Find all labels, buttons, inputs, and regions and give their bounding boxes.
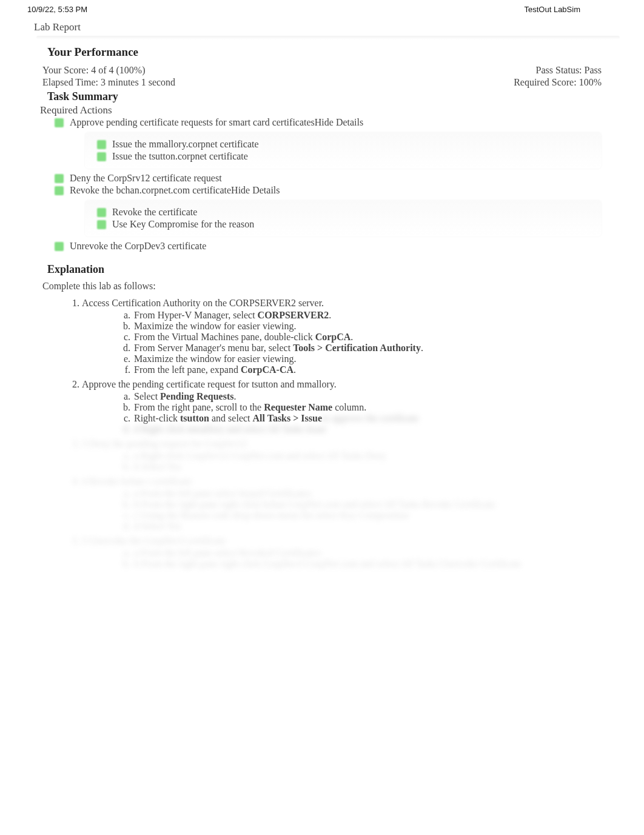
task-summary-heading: Task Summary	[0, 90, 644, 103]
detail-box: Revoke the certificate Use Key Compromis…	[85, 200, 602, 236]
t: Requester Name	[264, 402, 332, 412]
check-icon	[55, 186, 64, 195]
performance-heading: Your Performance	[0, 45, 644, 59]
blurred-text: 4 Revoke bchan s certificate	[82, 476, 192, 486]
blurred-text: 5 Unrevoke the CorpDev3 certificate	[82, 535, 226, 546]
t: Maximize the window for easier viewing.	[134, 354, 296, 364]
action-item: Approve pending certificate requests for…	[0, 116, 644, 129]
t: and select	[209, 413, 253, 423]
required-score: Required Score: 100%	[514, 77, 602, 88]
blurred-text: a From the left pane select Issued Certi…	[134, 488, 311, 498]
hide-details-link[interactable]: Hide Details	[231, 185, 280, 196]
action-text: Unrevoke the CorpDev3 certificate	[70, 241, 206, 252]
header-product: TestOut LabSim	[525, 5, 581, 14]
sub-item: Issue the tsutton.corpnet certificate	[97, 150, 589, 163]
t: Tools > Certification Authority	[293, 343, 421, 353]
score-row-2: Elapsed Time: 3 minutes 1 second Require…	[0, 77, 644, 88]
check-icon	[97, 140, 106, 149]
sub-b: Maximize the window for easier viewing.	[133, 321, 644, 332]
explanation-intro: Complete this lab as follows:	[0, 281, 644, 292]
t: CorpCA	[315, 332, 351, 342]
check-icon	[55, 118, 64, 127]
action-item: Unrevoke the CorpDev3 certificate	[0, 240, 644, 252]
blurred-text: b From the right pane right click CorpDe…	[134, 558, 522, 569]
action-text: Approve pending certificate requests for…	[70, 117, 315, 128]
t: .	[421, 343, 423, 353]
blurred-sub: d Right click mmallory and select All Ta…	[133, 424, 644, 435]
sub-d: From Server Manager's menu bar, select T…	[133, 343, 644, 354]
t: From the right pane, scroll to the	[134, 402, 264, 412]
action-item: Revoke the bchan.corpnet.com certificate…	[0, 184, 644, 196]
b: a Right click CorpSrv12 CorpNet com and …	[133, 451, 644, 461]
t: CorpCA-CA	[241, 364, 293, 375]
sub-text: Use Key Compromise for the reason	[112, 219, 254, 230]
b: c Using the Reason code drop-down menu l…	[133, 510, 644, 521]
pass-status: Pass Status: Pass	[536, 65, 602, 76]
blurred-text: d Right click mmallory and select All Ta…	[134, 424, 326, 434]
t: Right-click	[134, 413, 180, 423]
blurred-subs: a Right click CorpSrv12 CorpNet com and …	[82, 451, 644, 472]
page-title: Lab Report	[0, 16, 644, 36]
hide-details-link[interactable]: Hide Details	[315, 117, 363, 128]
sub-c: Right-click tsutton and select All Tasks…	[133, 413, 644, 424]
step-5-blurred: 5 Unrevoke the CorpDev3 certificate a Fr…	[82, 535, 644, 569]
t: .	[233, 391, 236, 401]
blurred-subs: a From the left pane select Issued Certi…	[82, 488, 644, 532]
sub-item: Revoke the certificate	[97, 206, 589, 218]
blurred-subs: a From the left pane select Revoked Cert…	[82, 548, 644, 569]
t: All Tasks > Issue	[253, 413, 323, 423]
step-3-blurred: 3 Deny the pending request for CorpSrv12…	[82, 438, 644, 472]
sub-b: From the right pane, scroll to the Reque…	[133, 402, 644, 413]
b: b Select Yes	[133, 461, 644, 472]
step-1-subs: From Hyper-V Manager, select CORPSERVER2…	[82, 310, 644, 375]
sub-item: Issue the mmallory.corpnet certificate	[97, 138, 589, 150]
check-icon	[55, 242, 64, 251]
t: From the left pane, expand	[134, 364, 241, 375]
step-title: Approve the pending certificate request …	[82, 379, 337, 389]
check-icon	[97, 208, 106, 217]
blurred-text: d Select Yes	[134, 521, 181, 531]
header-timestamp: 10/9/22, 5:53 PM	[27, 5, 87, 14]
t: From Server Manager's menu bar, select	[134, 343, 293, 353]
blurred-text: a Right click CorpSrv12 CorpNet com and …	[134, 451, 386, 461]
sub-text: Revoke the certificate	[112, 207, 197, 218]
t: tsutton	[180, 413, 209, 423]
b: a From the left pane select Revoked Cert…	[133, 548, 644, 558]
score-row-1: Your Score: 4 of 4 (100%) Pass Status: P…	[0, 65, 644, 76]
explanation-steps: Access Certification Authority on the CO…	[0, 298, 644, 569]
action-text: Deny the CorpSrv12 certificate request	[70, 173, 222, 184]
step-4-blurred: 4 Revoke bchan s certificate a From the …	[82, 476, 644, 532]
b: b From the right pane right click CorpDe…	[133, 558, 644, 569]
t: Select	[134, 391, 160, 401]
step-title: Access Certification Authority on the CO…	[82, 298, 324, 308]
step-1: Access Certification Authority on the CO…	[82, 298, 644, 375]
step-2-subs: Select Pending Requests. From the right …	[82, 391, 644, 435]
t: CORPSERVER2	[258, 310, 329, 320]
t: From the Virtual Machines pane, double-c…	[134, 332, 315, 342]
blurred-text: 3 Deny the pending request for CorpSrv12	[82, 438, 247, 449]
elapsed-time: Elapsed Time: 3 minutes 1 second	[42, 77, 175, 88]
sub-a: Select Pending Requests.	[133, 391, 644, 402]
blurred-text: b From the right pane right click bchan …	[134, 499, 495, 509]
t: column.	[332, 402, 366, 412]
blurred-text: c Using the Reason code drop-down menu l…	[134, 510, 409, 520]
blurred-text: b Select Yes	[134, 461, 181, 472]
required-actions-label: Required Actions	[0, 104, 644, 116]
t: From Hyper-V Manager, select	[134, 310, 258, 320]
t: Maximize the window for easier viewing.	[134, 321, 296, 331]
check-icon	[97, 152, 106, 161]
sub-a: From Hyper-V Manager, select CORPSERVER2…	[133, 310, 644, 321]
action-item: Deny the CorpSrv12 certificate request	[0, 172, 644, 184]
detail-box: Issue the mmallory.corpnet certificate I…	[85, 132, 602, 169]
check-icon	[55, 174, 64, 183]
action-text: Revoke the bchan.corpnet.com certificate	[70, 185, 231, 196]
b: a From the left pane select Issued Certi…	[133, 488, 644, 499]
sub-item: Use Key Compromise for the reason	[97, 218, 589, 230]
blurred-text: to approve the certificate	[322, 413, 418, 423]
blurred-text: a From the left pane select Revoked Cert…	[134, 548, 321, 558]
sub-text: Issue the mmallory.corpnet certificate	[112, 139, 259, 150]
sub-f: From the left pane, expand CorpCA-CA.	[133, 364, 644, 375]
sub-text: Issue the tsutton.corpnet certificate	[112, 151, 248, 162]
t: .	[329, 310, 331, 320]
sub-c: From the Virtual Machines pane, double-c…	[133, 332, 644, 343]
